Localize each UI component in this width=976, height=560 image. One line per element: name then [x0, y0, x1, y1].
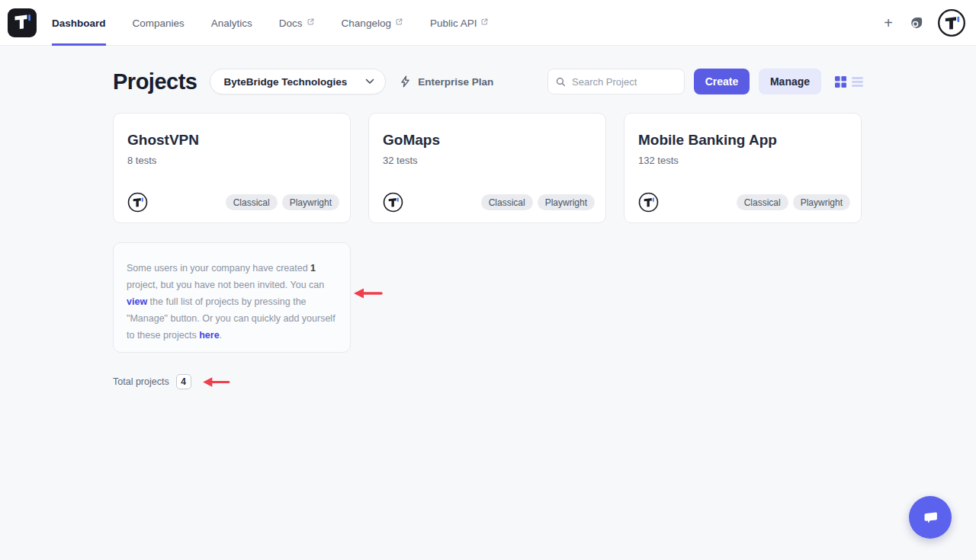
chat-widget-button[interactable] [909, 496, 952, 539]
add-icon[interactable]: + [881, 14, 896, 32]
external-link-icon [480, 18, 489, 26]
view-toggles [835, 76, 863, 88]
tag-classical: Classical [226, 194, 278, 210]
nav-label: Dashboard [52, 18, 106, 29]
project-tags: Classical Playwright [737, 194, 850, 210]
search-project-box [547, 69, 685, 94]
here-link[interactable]: here [199, 330, 219, 341]
nav-item-changelog[interactable]: Changelog [342, 0, 403, 46]
nav-actions: + [881, 0, 966, 46]
project-name: GoMaps [383, 132, 592, 149]
project-name: GhostVPN [127, 132, 336, 149]
app-logo[interactable] [8, 8, 37, 37]
top-navigation: Dashboard Companies Analytics Docs Chang… [0, 0, 976, 46]
nav-item-analytics[interactable]: Analytics [211, 0, 252, 46]
project-logo-icon [127, 192, 148, 213]
project-logo-icon [383, 192, 403, 213]
manage-button[interactable]: Manage [759, 69, 821, 94]
project-card-ghostvpn[interactable]: GhostVPN 8 tests Classical Playwright [113, 113, 351, 223]
view-link[interactable]: view [127, 296, 147, 307]
list-view-icon[interactable] [852, 77, 863, 87]
page-title: Projects [113, 69, 197, 94]
nav-label: Changelog [342, 18, 391, 29]
tag-classical: Classical [737, 194, 788, 210]
projects-header: Projects ByteBridge Technologies Enterpr… [113, 69, 863, 94]
external-link-icon [307, 18, 315, 26]
main-nav: Dashboard Companies Analytics Docs Chang… [52, 0, 489, 46]
notice-text: . [220, 330, 222, 341]
search-input[interactable] [572, 76, 676, 88]
company-selector[interactable]: ByteBridge Technologies [210, 69, 386, 94]
tag-playwright: Playwright [793, 194, 850, 210]
total-projects-count: 4 [176, 374, 191, 389]
create-button[interactable]: Create [694, 69, 750, 94]
tag-classical: Classical [481, 194, 533, 210]
notice-text: the full list of projects by pressing th… [127, 296, 336, 341]
external-link-icon [395, 18, 403, 26]
annotation-arrow-total [201, 376, 230, 388]
nav-item-dashboard[interactable]: Dashboard [52, 0, 106, 46]
project-test-count: 8 tests [127, 155, 336, 166]
nav-item-companies[interactable]: Companies [133, 0, 185, 46]
project-test-count: 132 tests [638, 155, 847, 166]
tag-playwright: Playwright [538, 194, 595, 210]
project-name: Mobile Banking App [638, 132, 847, 149]
tag-playwright: Playwright [282, 194, 339, 210]
user-avatar[interactable] [937, 8, 966, 37]
chevron-down-icon [365, 78, 374, 85]
chat-bubble-icon [920, 507, 941, 528]
company-selector-value: ByteBridge Technologies [223, 76, 347, 88]
uninvited-projects-notice: Some users in your company have created … [113, 242, 351, 353]
project-test-count: 32 tests [383, 155, 592, 166]
notice-text: Some users in your company have created [127, 263, 310, 274]
plan-label: Enterprise Plan [418, 76, 493, 88]
nav-item-docs[interactable]: Docs [279, 0, 315, 46]
grid-view-icon[interactable] [835, 76, 846, 88]
annotation-arrow-notice [352, 287, 383, 299]
nav-label: Public API [430, 18, 477, 29]
notice-project-count: 1 [310, 263, 316, 274]
project-card-gomaps[interactable]: GoMaps 32 tests Classical Playwright [368, 113, 606, 223]
plan-badge[interactable]: Enterprise Plan [399, 75, 493, 88]
announcements-icon[interactable] [909, 15, 924, 30]
project-tags: Classical Playwright [226, 194, 339, 210]
notice-text: project, but you have not been invited. … [127, 280, 324, 290]
total-projects-label: Total projects [113, 376, 169, 387]
nav-item-public-api[interactable]: Public API [430, 0, 490, 46]
lightning-icon [399, 75, 412, 88]
project-cards: GhostVPN 8 tests Classical Playwright Go… [113, 113, 862, 223]
total-projects-row: Total projects 4 [113, 374, 230, 389]
nav-label: Docs [279, 18, 303, 29]
nav-label: Analytics [211, 18, 252, 29]
nav-label: Companies [133, 18, 185, 29]
project-card-mobile-banking-app[interactable]: Mobile Banking App 132 tests Classical P… [624, 113, 862, 223]
search-icon [556, 76, 566, 88]
project-logo-icon [638, 192, 659, 213]
project-tags: Classical Playwright [481, 194, 595, 210]
